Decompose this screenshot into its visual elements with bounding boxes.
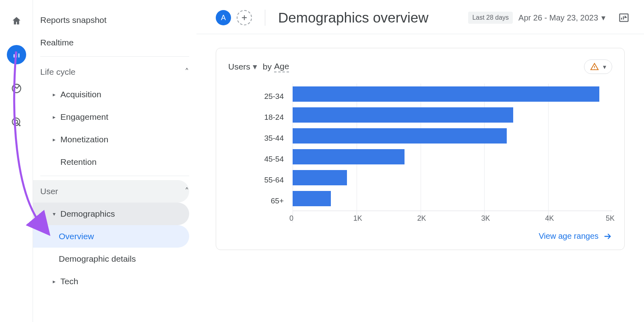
bar[interactable] [293, 107, 513, 123]
sidebar-item-engagement[interactable]: ▸Engagement [33, 106, 189, 128]
plot-area: 01K2K3K4K5K [293, 84, 612, 223]
users-by-age-card: Users ▾ by Age ▾ 25-3418-2435-4445-5455-… [216, 48, 625, 250]
arrow-right-icon [603, 232, 612, 241]
y-tick-label: 25-34 [228, 86, 293, 107]
sidebar-item-retention[interactable]: Retention [33, 151, 189, 173]
nav-label: Acquisition [60, 90, 101, 99]
warning-icon [590, 62, 599, 71]
y-tick-label: 65+ [228, 191, 293, 211]
bar-chart: 25-3418-2435-4445-5455-6465+ 01K2K3K4K5K [228, 84, 612, 223]
dimension-name: Age [274, 62, 289, 72]
sidebar-item-demographics-overview[interactable]: Overview [33, 225, 189, 248]
by-word: by [263, 62, 272, 72]
metric-name: Users [228, 62, 250, 72]
home-icon[interactable] [7, 11, 26, 31]
nav-label: Monetization [60, 135, 108, 144]
date-range-picker[interactable]: Apr 26 - May 23, 2023 ▾ [518, 13, 605, 23]
bars [293, 84, 612, 209]
divider [265, 10, 265, 26]
nav-label: Retention [60, 157, 97, 167]
nav-label: Tech [60, 277, 78, 286]
bar[interactable] [293, 149, 405, 164]
nav-label: Demographics [60, 209, 115, 219]
bar[interactable] [293, 128, 507, 144]
header: A Demographics overview Last 28 days Apr… [196, 0, 644, 34]
bar-row [293, 84, 612, 105]
caret-right-icon: ▸ [49, 278, 59, 285]
bar[interactable] [293, 191, 331, 206]
content: Users ▾ by Age ▾ 25-3418-2435-4445-5455-… [196, 34, 644, 264]
x-tick-label: 3K [481, 211, 545, 223]
sidebar-item-demographics[interactable]: ▾Demographics [33, 203, 189, 225]
add-comparison-button[interactable] [237, 10, 252, 25]
sidebar-item-acquisition[interactable]: ▸Acquisition [33, 83, 189, 106]
chevron-up-icon: ˄ [185, 67, 189, 77]
bar-row [293, 125, 612, 146]
divider [40, 56, 189, 57]
metric-selector[interactable]: Users ▾ by Age [228, 62, 289, 72]
page-title: Demographics overview [278, 10, 462, 26]
nav-rail [0, 0, 33, 322]
nav-label: Engagement [60, 112, 108, 122]
nav-label: Overview [59, 232, 94, 241]
link-text: View age ranges [539, 232, 599, 241]
x-tick-label: 1K [353, 211, 417, 223]
main: A Demographics overview Last 28 days Apr… [196, 0, 644, 322]
bar[interactable] [293, 170, 347, 185]
plus-icon [241, 14, 248, 21]
divider [40, 176, 189, 176]
nav-label: Reports snapshot [40, 15, 107, 25]
nav-label: Life cycle [40, 67, 76, 77]
advertising-icon[interactable] [7, 113, 26, 132]
customize-report-button[interactable] [618, 12, 630, 23]
caret-right-icon: ▸ [49, 114, 59, 120]
chevron-down-icon: ▾ [603, 63, 606, 71]
y-tick-label: 55-64 [228, 170, 293, 191]
sidebar-section-lifecycle[interactable]: Life cycle ˄ [33, 61, 189, 83]
bar-row [293, 146, 612, 167]
chevron-down-icon: ▾ [253, 62, 257, 72]
view-age-ranges-link[interactable]: View age ranges [539, 232, 612, 241]
sidebar-item-tech[interactable]: ▸Tech [33, 270, 189, 293]
sidebar-item-reports-snapshot[interactable]: Reports snapshot [33, 9, 189, 31]
data-quality-indicator[interactable]: ▾ [584, 59, 612, 74]
y-tick-label: 35-44 [228, 128, 293, 149]
nav-label: User [40, 187, 58, 196]
explore-icon[interactable] [7, 79, 26, 98]
card-header: Users ▾ by Age ▾ [228, 59, 612, 74]
bar-row [293, 105, 612, 125]
sidebar: Reports snapshot Realtime Life cycle ˄ ▸… [33, 0, 196, 322]
date-range-badge: Last 28 days [468, 12, 513, 24]
chip-letter: A [221, 14, 226, 22]
reports-icon[interactable] [7, 45, 26, 64]
sidebar-item-monetization[interactable]: ▸Monetization [33, 128, 189, 151]
nav-label: Demographic details [59, 254, 136, 264]
sidebar-item-demographic-details[interactable]: Demographic details [33, 248, 189, 270]
chevron-down-icon: ▾ [601, 13, 605, 23]
y-axis-labels: 25-3418-2435-4445-5455-6465+ [228, 84, 293, 223]
caret-down-icon: ▾ [49, 211, 59, 217]
sidebar-item-realtime[interactable]: Realtime [33, 31, 189, 54]
sidebar-section-user[interactable]: User ˄ [33, 180, 189, 203]
bar-row [293, 167, 612, 188]
x-axis-labels: 01K2K3K4K5K [293, 211, 612, 223]
account-chip[interactable]: A [216, 10, 231, 25]
y-tick-label: 45-54 [228, 149, 293, 170]
chevron-up-icon: ˄ [185, 187, 189, 196]
x-tick-label: 2K [417, 211, 481, 223]
bar-row [293, 188, 612, 209]
edit-chart-icon [618, 12, 630, 23]
card-footer: View age ranges [228, 232, 612, 241]
x-tick-label: 0 [289, 211, 353, 223]
y-tick-label: 18-24 [228, 107, 293, 128]
x-tick-label: 4K [545, 211, 609, 223]
caret-right-icon: ▸ [49, 91, 59, 98]
date-range-text: Apr 26 - May 23, 2023 [518, 13, 598, 23]
caret-right-icon: ▸ [49, 136, 59, 143]
nav-label: Realtime [40, 38, 74, 47]
bar[interactable] [293, 86, 599, 102]
